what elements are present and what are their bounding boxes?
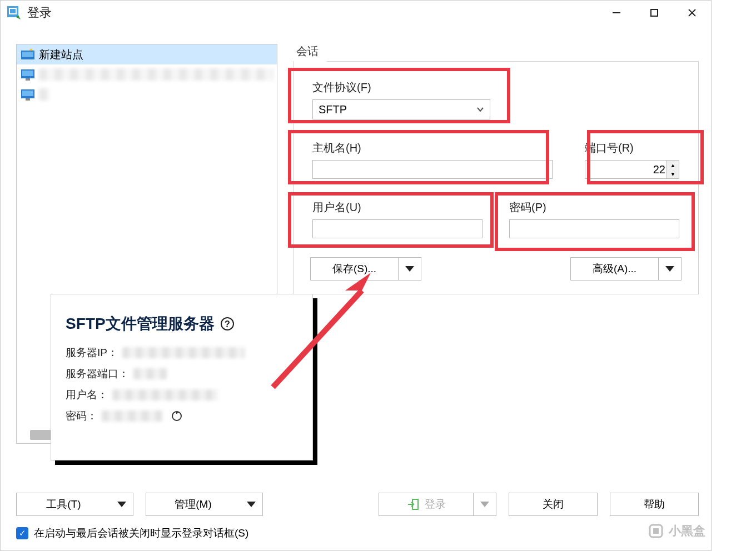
info-row: 服务器端口： bbox=[66, 367, 298, 381]
redacted-text bbox=[133, 368, 167, 379]
svg-rect-11 bbox=[26, 78, 30, 81]
advanced-button[interactable]: 高级(A)... bbox=[570, 257, 658, 280]
protocol-dropdown[interactable]: SFTP bbox=[312, 99, 490, 119]
triangle-down-icon bbox=[665, 266, 674, 272]
svg-rect-7 bbox=[22, 52, 33, 57]
save-split-button[interactable]: 保存(S)... bbox=[310, 257, 421, 280]
watermark: 小黑盒 bbox=[648, 523, 705, 539]
protocol-value: SFTP bbox=[319, 103, 347, 116]
advanced-dropdown-arrow[interactable] bbox=[658, 257, 682, 280]
host-input[interactable] bbox=[312, 160, 553, 179]
username-input[interactable] bbox=[312, 219, 483, 238]
info-row: 密码： bbox=[66, 409, 298, 423]
info-row: 用户名： bbox=[66, 388, 298, 402]
svg-rect-22 bbox=[653, 528, 659, 534]
password-input[interactable] bbox=[509, 219, 679, 238]
manage-split-button[interactable]: 管理(M) bbox=[146, 493, 263, 516]
close-button[interactable] bbox=[673, 1, 711, 25]
info-row: 服务器IP： bbox=[66, 345, 298, 360]
monitor-icon bbox=[20, 87, 36, 102]
site-list-new-site[interactable]: 新建站点 bbox=[17, 44, 277, 64]
username-label: 用户名(U) bbox=[312, 200, 483, 215]
session-fieldset: 文件协议(F) SFTP 主机名(H) 端口号(R) 2 bbox=[293, 61, 699, 294]
redacted-text bbox=[39, 88, 50, 101]
login-split-button[interactable]: 登录 bbox=[379, 493, 496, 516]
checkbox-checked-icon: ✓ bbox=[16, 527, 28, 539]
checkbox-label: 在启动与最后会话被关闭时显示登录对话框(S) bbox=[34, 526, 248, 540]
maximize-button[interactable] bbox=[635, 1, 673, 25]
session-group-label: 会话 bbox=[296, 44, 699, 59]
show-on-startup-checkbox[interactable]: ✓ 在启动与最后会话被关闭时显示登录对话框(S) bbox=[16, 526, 699, 540]
triangle-down-icon bbox=[247, 502, 256, 507]
redacted-text bbox=[122, 347, 245, 358]
help-icon[interactable]: ? bbox=[220, 317, 235, 331]
svg-rect-3 bbox=[651, 9, 658, 16]
app-icon bbox=[6, 5, 22, 21]
tools-button[interactable]: 工具(T) bbox=[16, 493, 111, 516]
port-input[interactable]: 22 ▲ ▼ bbox=[585, 160, 679, 179]
protocol-label: 文件协议(F) bbox=[312, 80, 490, 95]
titlebar: 登录 bbox=[1, 1, 711, 25]
tools-split-button[interactable]: 工具(T) bbox=[16, 493, 133, 516]
save-button[interactable]: 保存(S)... bbox=[310, 257, 398, 280]
redacted-text bbox=[39, 68, 273, 81]
minimize-button[interactable] bbox=[598, 1, 635, 25]
port-label: 端口号(R) bbox=[585, 141, 679, 156]
manage-button[interactable]: 管理(M) bbox=[146, 493, 240, 516]
site-list-item[interactable] bbox=[17, 64, 277, 84]
svg-rect-10 bbox=[22, 71, 33, 76]
host-label: 主机名(H) bbox=[312, 141, 553, 156]
svg-text:?: ? bbox=[225, 319, 230, 329]
monitor-icon bbox=[20, 67, 36, 82]
svg-marker-8 bbox=[29, 48, 33, 51]
triangle-down-icon bbox=[117, 502, 126, 507]
triangle-down-icon bbox=[480, 502, 489, 507]
info-card-title: SFTP文件管理服务器 ? bbox=[66, 313, 298, 334]
tools-dropdown-arrow[interactable] bbox=[110, 493, 133, 516]
save-dropdown-arrow[interactable] bbox=[398, 257, 421, 280]
svg-rect-13 bbox=[22, 91, 33, 96]
port-spin-down[interactable]: ▼ bbox=[667, 169, 679, 178]
login-icon bbox=[407, 498, 419, 510]
login-button[interactable]: 登录 bbox=[379, 493, 473, 516]
login-dropdown-arrow[interactable] bbox=[473, 493, 496, 516]
svg-rect-14 bbox=[26, 98, 30, 101]
port-spin-up[interactable]: ▲ bbox=[667, 161, 679, 169]
password-label: 密码(P) bbox=[509, 200, 679, 215]
port-value: 22 bbox=[653, 163, 665, 176]
site-list-item[interactable] bbox=[17, 84, 277, 104]
advanced-split-button[interactable]: 高级(A)... bbox=[570, 257, 682, 280]
redacted-text bbox=[102, 410, 163, 422]
refresh-icon[interactable] bbox=[171, 410, 183, 422]
help-button[interactable]: 帮助 bbox=[610, 493, 699, 516]
triangle-down-icon bbox=[405, 266, 414, 272]
watermark-icon bbox=[648, 523, 664, 539]
close-dialog-button[interactable]: 关闭 bbox=[509, 493, 598, 516]
info-card: SFTP文件管理服务器 ? 服务器IP： 服务器端口： 用户名： 密码： bbox=[51, 294, 313, 460]
window-title: 登录 bbox=[27, 4, 52, 21]
new-site-icon bbox=[20, 47, 36, 62]
new-site-label: 新建站点 bbox=[39, 47, 83, 62]
chevron-down-icon bbox=[476, 106, 484, 113]
redacted-text bbox=[112, 389, 218, 400]
manage-dropdown-arrow[interactable] bbox=[240, 493, 263, 516]
